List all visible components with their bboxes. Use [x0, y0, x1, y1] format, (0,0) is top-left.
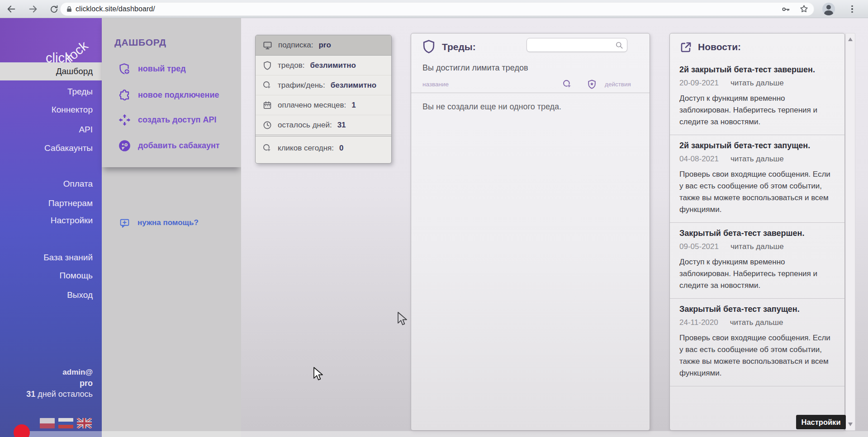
browser-menu-icon[interactable] [849, 3, 856, 15]
read-more-link[interactable]: читать дальше [730, 79, 784, 88]
sidebar-item-subaccounts[interactable]: Сабакаунты [0, 140, 102, 156]
screen: clicklock.site/dashboard/ clicklock Дашб… [0, 0, 868, 437]
threads-title: Треды: [442, 42, 476, 52]
stat-value: безлимитно [331, 81, 376, 90]
bookmark-star-icon[interactable] [799, 4, 809, 15]
sidebar-item-connector[interactable]: Коннектор [0, 102, 102, 118]
news-header: Новости: [670, 33, 844, 59]
mouse-cursor-white [313, 367, 324, 382]
reload-button[interactable] [46, 1, 62, 17]
back-button[interactable] [4, 1, 19, 17]
news-item-date: 24-11-2020 [679, 318, 718, 327]
need-help-link[interactable]: нужна помощь? [119, 216, 199, 230]
stat-row-traffic: трафик/день: безлимитно [256, 75, 391, 95]
need-help-label: нужна помощь? [138, 218, 199, 227]
stat-row-clicks-today: кликов сегодня: 0 [256, 136, 391, 160]
read-more-link[interactable]: читать дальше [730, 318, 783, 327]
external-link-icon [679, 40, 693, 56]
url-text[interactable]: clicklock.site/dashboard/ [76, 5, 155, 13]
puzzle-icon [118, 89, 131, 102]
page-scrollbar[interactable] [845, 33, 855, 431]
threads-search[interactable] [526, 38, 627, 52]
stat-label: оплачено месяцев: [278, 101, 346, 110]
sidebar-item-threads[interactable]: Треды [0, 84, 102, 100]
news-item-body: Доступ к функциям временно заблокирован.… [679, 93, 835, 128]
divider [411, 93, 650, 93]
clock-icon [262, 120, 272, 130]
video-playhead[interactable] [14, 424, 30, 437]
stat-label: кликов сегодня: [278, 144, 334, 153]
threads-panel: Треды: Вы достигли лимита тредов названи… [411, 33, 650, 431]
quick-actions-card: ДАШБОРД новый тред новое подключение соз… [102, 18, 241, 167]
calendar-icon [262, 100, 272, 110]
thread-limit-message: Вы достигли лимита тредов [422, 63, 528, 73]
arrow-right-icon [28, 4, 38, 14]
stat-label: подписка: [278, 41, 313, 50]
create-api-access-button[interactable]: создать доступ API [118, 112, 216, 128]
news-item-title: Закрытый бета-тест запущен. [679, 305, 835, 314]
news-item: 2й закрытый бета-тест запущен. 04-08-202… [670, 135, 844, 222]
shield-icon [421, 39, 436, 56]
news-item-date: 09-05-2021 [679, 242, 719, 251]
stat-value: 31 [337, 121, 346, 130]
sidebar-item-dashboard[interactable]: Дашборд [0, 62, 102, 80]
column-name-label: название [422, 81, 449, 88]
sidebar-item-logout[interactable]: Выход [0, 287, 102, 303]
new-thread-label: новый тред [138, 64, 186, 74]
flag-uk-icon[interactable] [77, 418, 92, 428]
new-connection-button[interactable]: новое подключение [118, 87, 219, 103]
threads-empty-message: Вы не создали еще ни одного треда. [422, 102, 561, 112]
sidebar-item-knowledge-base[interactable]: База знаний [0, 249, 102, 266]
new-thread-button[interactable]: новый тред [118, 61, 186, 77]
flag-russia-icon[interactable] [58, 418, 73, 428]
sidebar-item-help[interactable]: Помощь [0, 268, 102, 284]
column-actions-label: действия [605, 81, 631, 88]
user-email: admin@ [26, 367, 93, 378]
scroll-down-icon[interactable] [848, 423, 853, 426]
read-more-link[interactable]: читать дальше [730, 242, 784, 251]
stat-label: трафик/день: [278, 81, 325, 90]
add-subaccount-label: добавить сабакаунт [138, 141, 220, 150]
sidebar-item-settings[interactable]: Настройки [0, 212, 102, 229]
stat-label: осталось дней: [278, 121, 332, 130]
user-plan: pro [26, 378, 93, 389]
dashboard-column: ДАШБОРД новый тред новое подключение соз… [102, 18, 241, 437]
address-bar[interactable]: clicklock.site/dashboard/ [60, 2, 814, 16]
news-item: Закрытый бета-тест завершен. 09-05-2021ч… [670, 222, 844, 298]
add-subaccount-button[interactable]: добавить сабакаунт [118, 137, 220, 154]
profile-avatar[interactable] [822, 3, 835, 15]
forward-button[interactable] [25, 1, 41, 17]
search-input[interactable] [531, 39, 612, 51]
stat-value: безлимитно [310, 61, 356, 70]
sidebar-item-payment[interactable]: Оплата [0, 176, 102, 192]
settings-tooltip: Настройки [796, 415, 846, 429]
subscription-stats-card: подписка: pro тредов: безлимитно трафик/… [255, 35, 392, 164]
news-item-date: 04-08-2021 [679, 155, 719, 164]
video-seekbar[interactable] [29, 431, 868, 437]
reload-icon [49, 5, 59, 14]
stat-value: 0 [339, 144, 343, 153]
read-more-link[interactable]: читать дальше [730, 155, 784, 164]
cursor-click-icon [262, 143, 272, 153]
stat-row-days-left: осталось дней: 31 [256, 115, 391, 135]
sidebar: clicklock Дашборд Треды Коннектор API Са… [0, 18, 102, 437]
shield-star-icon [587, 79, 597, 91]
sidebar-item-partners[interactable]: Партнерам [0, 195, 102, 211]
shield-plus-icon [118, 62, 131, 75]
api-arrows-icon [118, 113, 131, 127]
news-item-body: Проверь свои входящие сообщения. Если у … [679, 332, 835, 379]
user-days-left: 31 дней осталось [26, 389, 93, 399]
cursor-click-icon [262, 80, 272, 90]
sidebar-item-api[interactable]: API [0, 122, 102, 138]
threads-table-header: название действия [411, 79, 650, 90]
user-info: admin@ pro 31 дней осталось [26, 367, 93, 399]
key-icon[interactable] [781, 5, 791, 16]
scroll-up-icon[interactable] [848, 38, 853, 41]
search-icon [615, 41, 624, 52]
news-item-title: Закрытый бета-тест завершен. [679, 229, 835, 238]
stat-label: тредов: [278, 61, 304, 70]
flag-poland-icon[interactable] [40, 418, 55, 428]
monitor-icon [262, 40, 273, 51]
new-connection-label: новое подключение [138, 90, 219, 100]
browser-chrome: clicklock.site/dashboard/ [0, 0, 868, 18]
